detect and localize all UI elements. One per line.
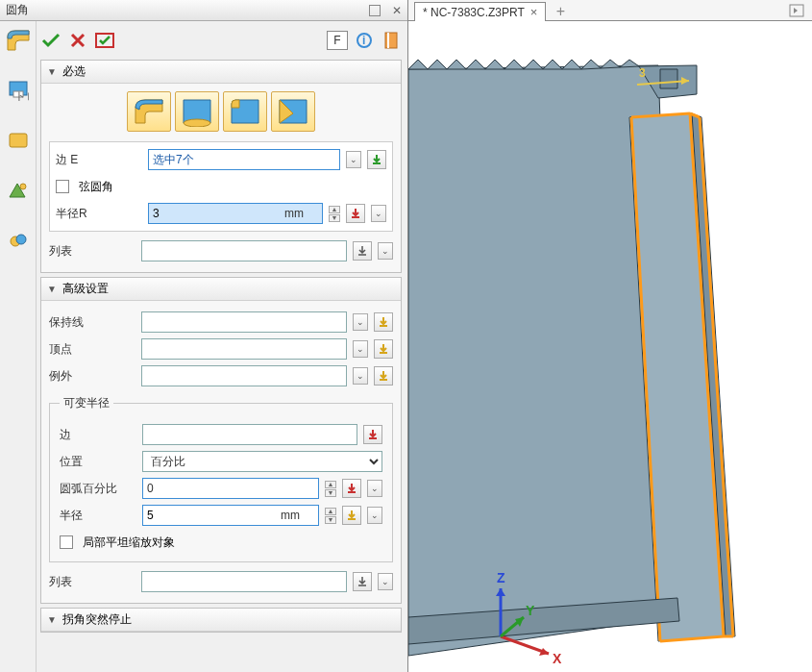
tab-close-icon[interactable]: × bbox=[530, 5, 538, 19]
vr-edge-input[interactable] bbox=[142, 424, 357, 445]
edge-download-icon[interactable] bbox=[367, 150, 386, 169]
svg-point-7 bbox=[16, 235, 26, 244]
adv-list-label: 列表 bbox=[49, 574, 135, 590]
radius-input[interactable] bbox=[148, 203, 323, 224]
panel-header: 圆角 ✕ bbox=[0, 0, 407, 21]
vr-arc-spinner[interactable]: ▲▼ bbox=[325, 481, 336, 497]
vr-arc-chevron-icon[interactable]: ⌄ bbox=[367, 480, 382, 497]
pin-icon[interactable] bbox=[369, 5, 381, 16]
svg-marker-21 bbox=[504, 60, 524, 69]
list-save-icon[interactable] bbox=[353, 241, 372, 261]
tab-add-icon[interactable]: + bbox=[552, 3, 569, 20]
except-input[interactable] bbox=[141, 365, 347, 386]
cancel-icon[interactable] bbox=[67, 30, 88, 51]
variable-radius-group: 可变半径 边 位置 百分比 圆弧百分比 bbox=[49, 395, 393, 562]
side-icon-3[interactable] bbox=[5, 127, 32, 154]
svg-marker-22 bbox=[524, 60, 543, 69]
radius-spinner[interactable]: ▲▼ bbox=[329, 206, 340, 222]
ok-icon[interactable] bbox=[40, 30, 62, 51]
info-icon[interactable]: i bbox=[354, 30, 375, 51]
vr-pos-select[interactable]: 百分比 bbox=[142, 451, 382, 472]
document-tab[interactable]: * NC-7383C.Z3PRT × bbox=[414, 2, 546, 21]
edge-label: 边 E bbox=[56, 152, 142, 168]
variable-radius-legend: 可变半径 bbox=[60, 395, 113, 411]
vertex-input[interactable] bbox=[141, 338, 347, 360]
vr-arc-dl-icon[interactable] bbox=[342, 479, 361, 498]
section-advanced-title: 高级设置 bbox=[62, 281, 109, 297]
section-advanced-header[interactable]: ▼ 高级设置 bbox=[41, 278, 401, 301]
side-toolstrip: トロ bbox=[0, 21, 37, 672]
book-icon[interactable] bbox=[381, 30, 402, 51]
list-label: 列表 bbox=[49, 243, 135, 260]
except-dl-icon[interactable] bbox=[374, 366, 393, 386]
mode-1-button[interactable] bbox=[127, 91, 171, 132]
mode-4-button[interactable] bbox=[271, 91, 315, 132]
svg-marker-29 bbox=[660, 69, 677, 88]
section-corner-header[interactable]: ▼ 拐角突然停止 bbox=[41, 609, 401, 632]
vr-r-chevron-icon[interactable]: ⌄ bbox=[367, 507, 382, 524]
list-input[interactable] bbox=[141, 240, 347, 261]
fillet-tool-icon[interactable] bbox=[5, 27, 32, 54]
panel-content: F i ▼ 必选 bbox=[37, 21, 407, 672]
vr-r-dl-icon[interactable] bbox=[342, 506, 361, 525]
mode-3-button[interactable] bbox=[223, 91, 267, 132]
axis-x-label: X bbox=[553, 651, 562, 666]
adv-list-save-icon[interactable] bbox=[353, 572, 372, 591]
radius-red-icon[interactable] bbox=[346, 204, 365, 223]
chevron-down-icon: ▼ bbox=[47, 284, 57, 294]
f-button[interactable]: F bbox=[327, 31, 348, 50]
viewport-panel: * NC-7383C.Z3PRT × + bbox=[408, 0, 812, 672]
edge-chevron-icon[interactable]: ⌄ bbox=[346, 151, 361, 168]
adv-list-chevron-icon[interactable]: ⌄ bbox=[378, 573, 393, 590]
vr-local-checkbox[interactable] bbox=[60, 535, 73, 549]
required-form: 边 E ⌄ 弦圆角 半径R bbox=[49, 141, 393, 232]
property-panel: 圆角 ✕ トロ bbox=[0, 0, 408, 672]
svg-marker-23 bbox=[543, 60, 562, 69]
svg-marker-24 bbox=[562, 60, 581, 69]
radius-chevron-icon[interactable]: ⌄ bbox=[371, 205, 386, 222]
vr-arc-input[interactable] bbox=[142, 478, 319, 499]
side-icon-2[interactable]: トロ bbox=[5, 77, 32, 104]
except-label: 例外 bbox=[49, 368, 135, 385]
vr-edge-dl-icon[interactable] bbox=[363, 425, 382, 444]
dock-icon[interactable] bbox=[787, 1, 806, 20]
side-icon-5[interactable] bbox=[5, 227, 32, 254]
vr-pos-label: 位置 bbox=[60, 454, 136, 470]
vertex-dl-icon[interactable] bbox=[374, 339, 393, 359]
vr-edge-label: 边 bbox=[60, 427, 136, 443]
chevron-down-icon: ▼ bbox=[47, 66, 57, 77]
3d-viewport[interactable]: 3 Z X Y bbox=[408, 21, 812, 672]
svg-text:トロ: トロ bbox=[14, 89, 29, 101]
panel-close-icon[interactable]: ✕ bbox=[392, 4, 402, 17]
vertex-label: 顶点 bbox=[49, 341, 135, 358]
svg-rect-3 bbox=[10, 134, 27, 147]
keepline-input[interactable] bbox=[141, 311, 347, 333]
apply-icon[interactable] bbox=[94, 30, 115, 51]
except-chevron-icon[interactable]: ⌄ bbox=[353, 367, 368, 385]
vr-arc-label: 圆弧百分比 bbox=[60, 481, 136, 497]
edge-input[interactable] bbox=[148, 149, 340, 170]
radius-label: 半径R bbox=[56, 206, 142, 222]
chord-label: 弦圆角 bbox=[79, 179, 113, 195]
vr-r-spinner[interactable]: ▲▼ bbox=[325, 508, 336, 524]
side-icon-4[interactable] bbox=[5, 177, 32, 204]
keepline-dl-icon[interactable] bbox=[374, 312, 393, 332]
section-advanced: ▼ 高级设置 保持线 ⌄ 顶点 ⌄ bbox=[40, 277, 402, 604]
vertex-chevron-icon[interactable]: ⌄ bbox=[353, 340, 368, 358]
section-required-header[interactable]: ▼ 必选 bbox=[41, 61, 401, 84]
svg-marker-20 bbox=[485, 60, 504, 69]
keepline-chevron-icon[interactable]: ⌄ bbox=[353, 313, 368, 331]
svg-marker-19 bbox=[466, 60, 485, 69]
dimension-value: 3 bbox=[639, 66, 646, 80]
adv-list-input[interactable] bbox=[141, 571, 347, 592]
svg-marker-27 bbox=[620, 60, 639, 67]
list-chevron-icon[interactable]: ⌄ bbox=[378, 242, 393, 260]
chord-checkbox[interactable] bbox=[56, 180, 69, 193]
mode-2-button[interactable] bbox=[175, 91, 219, 132]
vr-r-input[interactable] bbox=[142, 505, 319, 526]
axis-y-label: Y bbox=[526, 603, 535, 618]
svg-point-5 bbox=[20, 184, 26, 189]
document-tab-title: * NC-7383C.Z3PRT bbox=[423, 6, 525, 19]
svg-marker-18 bbox=[447, 60, 466, 69]
document-tabbar: * NC-7383C.Z3PRT × + bbox=[408, 0, 812, 21]
